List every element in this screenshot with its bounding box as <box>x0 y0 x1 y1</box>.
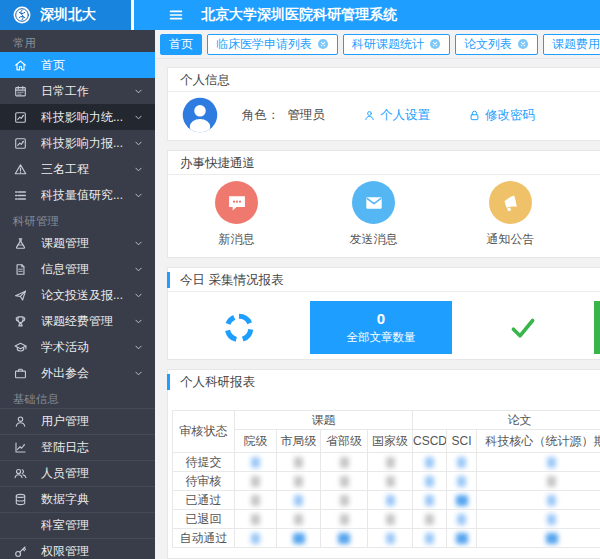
blurred-value-link[interactable] <box>457 476 466 487</box>
quick-item[interactable]: 通知公告 <box>442 181 579 248</box>
blurred-value-link[interactable] <box>425 476 434 487</box>
column-header-review-status: 审核状态 <box>173 411 235 453</box>
graduation-cap-icon <box>13 340 28 355</box>
quick-channel-body: 新消息发送消息通知公告 <box>168 175 600 257</box>
table-cell <box>277 453 321 472</box>
sidebar-item[interactable]: 课题管理 <box>0 230 155 256</box>
blurred-value-link[interactable] <box>457 514 466 525</box>
table-cell <box>447 529 477 548</box>
sidebar-item[interactable]: 人员管理 <box>0 460 155 486</box>
sidebar-item[interactable]: 科技影响力报... <box>0 130 155 156</box>
close-icon[interactable] <box>317 38 329 50</box>
blurred-value-link[interactable] <box>425 457 434 468</box>
blurred-value-link[interactable] <box>251 533 260 544</box>
row-label: 待提交 <box>173 453 235 472</box>
close-icon[interactable] <box>517 38 529 50</box>
blurred-value-link[interactable] <box>546 533 558 544</box>
sidebar-item-label: 科技影响力报... <box>41 135 133 152</box>
sidebar-item-label: 权限管理 <box>41 543 144 559</box>
row-label: 已通过 <box>173 491 235 510</box>
blurred-value-link[interactable] <box>251 457 260 468</box>
sidebar-item[interactable]: 科室管理 <box>0 512 155 538</box>
table-cell <box>447 472 477 491</box>
logo-area: 深圳北大 <box>0 0 131 30</box>
quick-channel-panel: 办事快捷通道 新消息发送消息通知公告 <box>167 150 600 258</box>
tab-label: 论文列表 <box>464 36 512 53</box>
tab-label: 临床医学申请列表 <box>216 36 312 53</box>
tab[interactable]: 临床医学申请列表 <box>207 34 338 55</box>
table-cell <box>368 529 413 548</box>
hamburger-menu-icon[interactable] <box>168 7 184 23</box>
sidebar-item[interactable]: 数据字典 <box>0 486 155 512</box>
sidebar-item[interactable]: 日常工作 <box>0 78 155 104</box>
chart-box-icon <box>13 136 28 151</box>
sidebar-item[interactable]: 登陆日志 <box>0 434 155 460</box>
blurred-value-link[interactable] <box>547 495 556 506</box>
chevron-down-icon <box>133 138 144 149</box>
table-cell <box>277 491 321 510</box>
stat-check <box>452 301 594 354</box>
today-report-title: 今日 采集情况报表 <box>168 268 600 292</box>
tab-label: 科研课题统计 <box>352 36 424 53</box>
sidebar-item[interactable]: 论文投送及报... <box>0 282 155 308</box>
blurred-value-link <box>294 476 303 487</box>
sidebar-item[interactable]: 学术活动 <box>0 334 155 360</box>
table-cell <box>413 510 447 529</box>
sidebar-item[interactable]: 课题经费管理 <box>0 308 155 334</box>
blurred-value-link[interactable] <box>547 514 556 525</box>
chevron-down-icon <box>133 164 144 175</box>
blurred-value-link[interactable] <box>457 457 466 468</box>
row-label: 已退回 <box>173 510 235 529</box>
link-personal-settings[interactable]: 个人设置 <box>363 107 430 124</box>
column-group-header: 课题 <box>235 411 413 430</box>
app-title: 北京大学深圳医院科研管理系统 <box>201 6 397 24</box>
quick-item[interactable]: 发送消息 <box>305 181 442 248</box>
row-label: 待审核 <box>173 472 235 491</box>
table-cell <box>447 510 477 529</box>
tab-label: 首页 <box>169 36 193 53</box>
blurred-value-link <box>386 476 395 487</box>
blurred-value-link[interactable] <box>338 533 350 544</box>
blurred-value-link[interactable] <box>547 457 556 468</box>
blurred-value-link[interactable] <box>386 533 395 544</box>
tab[interactable]: 论文列表 <box>455 34 538 55</box>
blurred-value-link[interactable] <box>425 495 434 506</box>
blurred-value-link[interactable] <box>456 533 468 544</box>
sidebar-item-label: 信息管理 <box>41 261 133 278</box>
table-cell <box>413 453 447 472</box>
blurred-value-link[interactable] <box>386 495 395 506</box>
table-cell <box>368 510 413 529</box>
sidebar-item-label: 首页 <box>41 57 144 74</box>
link-change-password[interactable]: 修改密码 <box>468 107 535 124</box>
sidebar-item-label: 用户管理 <box>41 413 144 430</box>
sidebar-item[interactable]: 三名工程 <box>0 156 155 182</box>
user-icon <box>363 109 376 122</box>
sidebar-item[interactable]: 用户管理 <box>0 408 155 434</box>
blurred-value-link <box>340 457 349 468</box>
envelope-icon <box>352 181 395 224</box>
tab[interactable]: 首页 <box>160 34 202 55</box>
stat-count[interactable]: 0全部文章数量 <box>310 301 452 354</box>
send-icon <box>13 288 28 303</box>
close-icon[interactable] <box>429 38 441 50</box>
role-row: 角色：管理员 <box>242 107 325 124</box>
sidebar-item[interactable]: 科技量值研究... <box>0 182 155 208</box>
table-row: 待审核 <box>173 472 600 491</box>
tab[interactable]: 科研课题统计 <box>343 34 450 55</box>
tab[interactable]: 课题费用报表 <box>543 34 600 55</box>
chevron-down-icon <box>133 342 144 353</box>
blurred-value-link[interactable] <box>294 495 303 506</box>
home-icon <box>13 58 28 73</box>
blurred-value-link <box>251 476 260 487</box>
blurred-value-link[interactable] <box>456 495 468 506</box>
table-cell <box>413 472 447 491</box>
sidebar-item[interactable]: 权限管理 <box>0 538 155 559</box>
sidebar-item[interactable]: 科技影响力统... <box>0 104 155 130</box>
quick-item[interactable]: 新消息 <box>168 181 305 248</box>
sidebar-item[interactable]: 信息管理 <box>0 256 155 282</box>
sidebar-item[interactable]: 外出参会 <box>0 360 155 386</box>
table-cell <box>235 510 277 529</box>
sidebar-item[interactable]: 首页 <box>0 52 155 78</box>
blurred-value-link[interactable] <box>293 533 305 544</box>
blurred-value-link[interactable] <box>425 533 434 544</box>
